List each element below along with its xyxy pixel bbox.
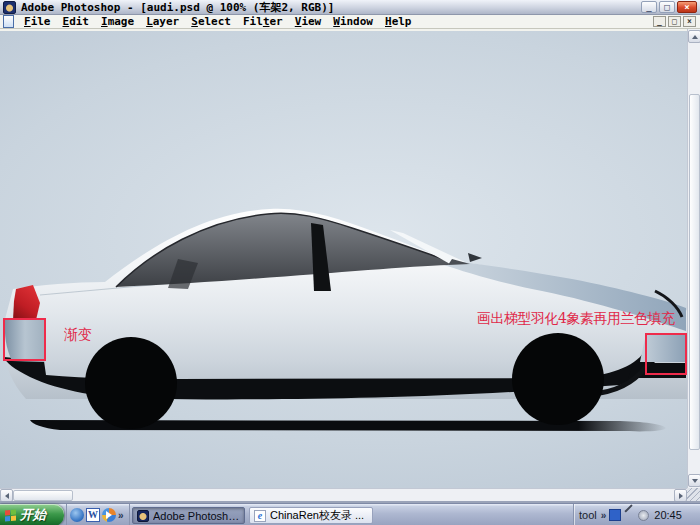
menu-item-select[interactable]: Select xyxy=(185,15,237,28)
volume-tray-icon[interactable] xyxy=(638,510,649,521)
vertical-scroll-thumb[interactable] xyxy=(689,94,700,450)
doc-restore-button[interactable]: □ xyxy=(668,16,681,27)
scroll-up-button[interactable] xyxy=(688,30,700,43)
pen-tool-tray-icon[interactable] xyxy=(624,510,635,521)
windows-logo-icon xyxy=(5,509,16,521)
document-icon xyxy=(3,15,14,28)
annotation-rect-rear xyxy=(3,318,46,361)
document-canvas[interactable]: 渐变 画出梯型羽化4象素再用兰色填充 xyxy=(0,31,687,488)
taskbar-item-photoshop[interactable]: Adobe Photoshop ... xyxy=(132,507,245,524)
restore-button[interactable]: □ xyxy=(659,1,675,13)
rear-wheel xyxy=(85,337,177,429)
menu-item-window[interactable]: Window xyxy=(327,15,379,28)
annotation-rect-front xyxy=(645,333,687,375)
media-player-launcher-icon[interactable] xyxy=(102,508,116,522)
system-tray: tool » 20:45 xyxy=(573,504,700,525)
tray-tool-label: tool xyxy=(579,509,597,521)
input-method-icon[interactable] xyxy=(609,509,621,521)
car-mirror xyxy=(468,253,482,262)
menu-bar: FileEditImageLayerSelectFilterViewWindow… xyxy=(0,15,700,29)
close-button[interactable]: × xyxy=(677,1,697,13)
menu-item-help[interactable]: Help xyxy=(379,15,418,28)
menu-item-file[interactable]: File xyxy=(18,15,57,28)
photoshop-eye-icon xyxy=(137,510,149,522)
vertical-scrollbar[interactable] xyxy=(687,29,700,488)
front-wheel xyxy=(512,333,604,425)
scroll-down-button[interactable] xyxy=(688,474,700,487)
menu-item-edit[interactable]: Edit xyxy=(57,15,96,28)
title-bar: Adobe Photoshop - [audi.psd @ 100% (车架2,… xyxy=(0,0,700,15)
taskbar-item-chinaren[interactable]: e ChinaRen校友录 ... xyxy=(249,507,373,524)
window-title: Adobe Photoshop - [audi.psd @ 100% (车架2,… xyxy=(21,0,639,15)
menu-item-filter[interactable]: Filter xyxy=(237,15,289,28)
horizontal-scrollbar[interactable] xyxy=(0,488,687,501)
annotation-trapezoid-label: 画出梯型羽化4象素再用兰色填充 xyxy=(477,310,674,328)
document-window-controls: _ □ × xyxy=(651,16,696,27)
photoshop-window: Adobe Photoshop - [audi.psd @ 100% (车架2,… xyxy=(0,0,700,525)
word-launcher-icon[interactable]: W xyxy=(86,508,100,522)
quick-launch-overflow-chevron[interactable]: » xyxy=(118,510,124,521)
menu-items: FileEditImageLayerSelectFilterViewWindow… xyxy=(18,15,418,28)
doc-minimize-button[interactable]: _ xyxy=(653,16,666,27)
annotation-gradient-label: 渐变 xyxy=(64,326,92,344)
tray-overflow-chevron[interactable]: » xyxy=(601,510,607,521)
resize-grip[interactable] xyxy=(687,488,700,501)
browser-launcher-icon[interactable] xyxy=(70,508,84,522)
clock: 20:45 xyxy=(654,509,682,521)
car-illustration xyxy=(0,31,687,488)
horizontal-scroll-thumb[interactable] xyxy=(13,490,73,501)
quick-launch: W » xyxy=(66,504,130,525)
start-button[interactable]: 开始 xyxy=(0,504,64,525)
minimize-button[interactable]: _ xyxy=(641,1,657,13)
menu-item-layer[interactable]: Layer xyxy=(140,15,185,28)
taskbar: 开始 W » Adobe Photoshop ... e ChinaRen校友录… xyxy=(0,503,700,525)
start-label: 开始 xyxy=(20,506,46,524)
photoshop-app-icon xyxy=(3,1,16,14)
internet-explorer-icon: e xyxy=(254,510,266,522)
menu-item-view[interactable]: View xyxy=(289,15,328,28)
menu-item-image[interactable]: Image xyxy=(95,15,140,28)
doc-close-button[interactable]: × xyxy=(683,16,696,27)
